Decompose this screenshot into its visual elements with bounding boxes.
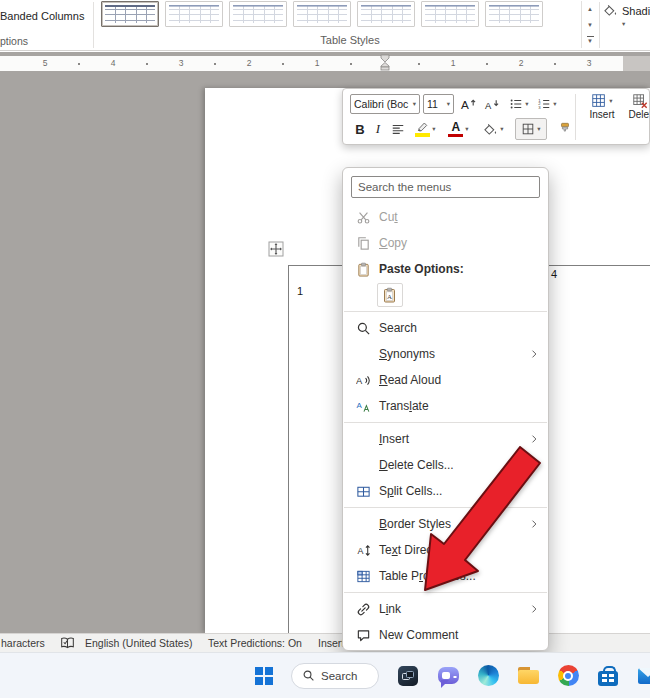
table-cell-value[interactable]: 1: [297, 285, 303, 297]
file-explorer-icon[interactable]: [517, 664, 539, 688]
split-cells-icon: [353, 483, 373, 499]
paste-keep-text-button[interactable]: A: [377, 283, 403, 307]
edge-icon[interactable]: [477, 664, 499, 688]
table-cell-value[interactable]: 4: [551, 268, 557, 280]
format-painter-button[interactable]: [555, 118, 575, 140]
indent-marker[interactable]: [380, 54, 390, 75]
menu-item-label: Insert: [379, 432, 409, 446]
borders-button[interactable]: ▾: [515, 118, 547, 140]
numbering-icon: 123: [537, 97, 551, 111]
delete-table-button[interactable]: ▾ Delete: [624, 93, 650, 120]
menu-item-copy[interactable]: Copy: [343, 230, 548, 256]
gallery-scroll-down-button[interactable]: ▼: [582, 17, 598, 33]
menu-item-read-aloud[interactable]: ARead Aloud: [343, 367, 548, 393]
mail-icon[interactable]: [637, 664, 650, 688]
font-color-letter: A: [452, 121, 461, 133]
font-size-combobox[interactable]: 11▾: [423, 94, 454, 114]
store-icon[interactable]: [597, 664, 619, 688]
menu-item-label: Synonyms: [379, 347, 435, 361]
table-properties-icon: [353, 568, 373, 584]
table-style-thumbnail[interactable]: [101, 1, 159, 27]
menu-separator: [344, 507, 547, 508]
menu-item-cut[interactable]: Cut: [343, 204, 548, 230]
svg-text:A: A: [485, 101, 492, 111]
shrink-font-button[interactable]: A: [481, 94, 502, 114]
mini-toolbar: Calibri (Boc▾ 11▾ A A ▾ 123▾ ▾ Insert ▾ …: [342, 88, 650, 145]
menu-item-search[interactable]: Search: [343, 315, 548, 341]
gallery-scroll-up-button[interactable]: ▲: [582, 1, 598, 17]
chevron-down-icon: ▾: [525, 100, 528, 108]
grow-font-button[interactable]: A: [458, 94, 479, 114]
italic-button[interactable]: I: [372, 118, 384, 140]
menu-item-label: Copy: [379, 236, 407, 250]
taskbar-search-label: Search: [321, 670, 357, 682]
menu-separator: [344, 592, 547, 593]
menu-item-synonyms[interactable]: Synonyms: [343, 341, 548, 367]
align-button[interactable]: [388, 118, 408, 140]
menu-item-link[interactable]: Link: [343, 596, 548, 622]
horizontal-ruler[interactable]: 54321123: [0, 56, 623, 71]
chat-icon[interactable]: [437, 664, 459, 688]
menu-item-translate[interactable]: ATranslate: [343, 393, 548, 419]
menu-search-box[interactable]: [351, 176, 540, 198]
shading-button[interactable]: Shading ▾: [603, 4, 650, 17]
menu-item-insert[interactable]: Insert: [343, 426, 548, 452]
language-status[interactable]: English (United States): [85, 637, 192, 649]
bucket-icon: [483, 123, 498, 136]
menu-item-delete-cells[interactable]: Delete Cells...: [343, 452, 548, 478]
scissors-icon: [353, 209, 373, 225]
menu-item-new-comment[interactable]: New Comment: [343, 622, 548, 648]
banded-columns-option[interactable]: Banded Columns: [0, 10, 84, 22]
no-icon: [353, 457, 373, 473]
table-style-thumbnail[interactable]: [165, 1, 223, 27]
taskbar-search[interactable]: Search: [291, 663, 379, 689]
gallery-more-button[interactable]: ▼: [582, 32, 598, 48]
align-icon: [391, 122, 405, 136]
table-style-thumbnail[interactable]: [293, 1, 351, 27]
word-count-status[interactable]: haracters: [1, 637, 45, 649]
table-style-preview: [169, 5, 219, 23]
svg-text:A: A: [356, 376, 363, 386]
shading-bucket-icon: [603, 4, 618, 17]
chrome-icon[interactable]: [557, 664, 579, 688]
menu-item-label: Border Styles: [379, 517, 451, 531]
format-painter-icon: [558, 122, 572, 136]
numbering-button[interactable]: 123▾: [534, 94, 560, 114]
menu-item-text-direction[interactable]: AText Direction...: [343, 537, 548, 563]
menu-separator: [344, 422, 547, 423]
ribbon-group-divider: [93, 2, 94, 48]
table-style-thumbnail[interactable]: [229, 1, 287, 27]
ruler-tick: [554, 63, 556, 65]
menu-item-table-properties[interactable]: Table Properties...: [343, 563, 548, 589]
ruler-number: 3: [179, 56, 184, 71]
svg-text:A: A: [356, 400, 362, 409]
font-name-value: Calibri (Boc: [354, 98, 408, 110]
search-icon: [353, 320, 373, 336]
start-button[interactable]: [255, 667, 273, 685]
bold-button[interactable]: B: [352, 118, 368, 140]
proofing-book-icon[interactable]: [60, 636, 75, 650]
bullets-button[interactable]: ▾: [506, 94, 532, 114]
task-view-icon[interactable]: [397, 664, 419, 688]
ruler-number: 1: [315, 56, 320, 71]
status-bar: haracters English (United States) Text P…: [0, 633, 650, 652]
text-predictions-status[interactable]: Text Predictions: On: [208, 637, 302, 649]
menu-item-border-styles[interactable]: Border Styles: [343, 511, 548, 537]
font-color-button[interactable]: A ▾: [445, 118, 472, 140]
menu-item-split-cells[interactable]: Split Cells...: [343, 478, 548, 504]
copy-icon: [353, 235, 373, 251]
table-style-thumbnail[interactable]: [357, 1, 415, 27]
table-style-thumbnail[interactable]: [421, 1, 479, 27]
ruler-tick: [146, 63, 148, 65]
table-move-handle-icon[interactable]: [268, 241, 284, 257]
text-highlight-button[interactable]: ▾: [412, 118, 439, 140]
table-style-thumbnail[interactable]: [485, 1, 543, 27]
font-name-combobox[interactable]: Calibri (Boc▾: [350, 94, 420, 114]
read-aloud-icon: A: [353, 372, 373, 388]
insert-mode-status[interactable]: Insert: [318, 637, 344, 649]
svg-text:3: 3: [539, 105, 542, 110]
menu-search-input[interactable]: [352, 177, 539, 197]
shading-bucket-button[interactable]: ▾: [480, 118, 507, 140]
submenu-chevron-icon: [528, 348, 540, 360]
insert-table-button[interactable]: ▾ Insert: [583, 93, 621, 120]
